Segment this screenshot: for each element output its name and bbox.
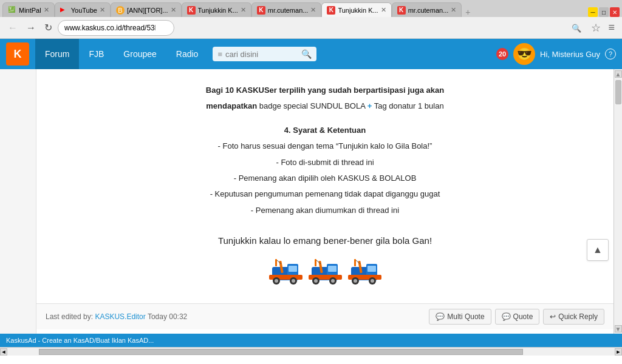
up-arrow-icon: ▲	[593, 244, 603, 255]
scroll-down-arrow[interactable]: ▼	[615, 325, 622, 332]
tab-label-ann-tor: [ANN][TOR]...	[127, 7, 168, 14]
rule-2: - Foto di-submit di thread ini	[55, 155, 595, 169]
vertical-scrollbar[interactable]: ▲ ▼	[613, 69, 622, 334]
tab-tunjukkin2[interactable]: K Tunjukkin K... ✕	[321, 2, 391, 17]
edited-time: Today 00:32	[148, 312, 187, 321]
svg-rect-9	[275, 259, 277, 266]
nav-groupee[interactable]: Groupee	[114, 39, 166, 69]
refresh-button[interactable]: ↻	[41, 21, 55, 35]
horizontal-scrollbar[interactable]: ◄ ►	[0, 347, 622, 356]
left-sidebar	[0, 69, 36, 334]
last-edited-label: Last edited by:	[46, 312, 93, 321]
prize-line-2: mendapatkan badge special SUNDUL BOLA + …	[55, 99, 595, 113]
header-nav: Forum FJB Groupee Radio	[35, 39, 208, 69]
plus-text: +	[367, 101, 372, 110]
help-icon[interactable]: ?	[605, 49, 616, 59]
kaskus-logo[interactable]: K	[6, 42, 29, 66]
forward-button[interactable]: →	[23, 21, 39, 35]
quote-button[interactable]: 💬 Quote	[495, 309, 540, 325]
search-button[interactable]: 🔍	[301, 49, 312, 59]
prize-line-1: Bagi 10 KASKUSer terpilih yang sudah ber…	[55, 83, 595, 97]
call-to-action: Tunjukkin kalau lo emang bener-bener gil…	[55, 235, 595, 246]
editor-username[interactable]: KASKUS.Editor	[95, 312, 145, 321]
thread-text: Bagi 10 KASKUSer terpilih yang sudah ber…	[55, 83, 595, 217]
bottom-bar-text: KaskusAd - Create an KasAD/Buat Iklan Ka…	[6, 337, 154, 344]
tab-favicon-mr-cuteman2: K	[397, 6, 406, 15]
tab-label-mr-cuteman2: mr.cuteman...	[408, 7, 449, 14]
multi-quote-button[interactable]: 💬 Multi Quote	[429, 309, 491, 325]
h-scroll-track[interactable]	[9, 349, 613, 355]
scroll-right-arrow[interactable]: ►	[615, 348, 622, 356]
kaskus-header: K Forum FJB Groupee Radio ≡ 🔍 20 😎 Hi, M…	[0, 39, 622, 69]
tab-close-tunjukkin1[interactable]: ✕	[241, 6, 246, 14]
nav-bar: ← → ↻ 🔍 ☆ ≡	[0, 17, 622, 39]
svg-point-18	[331, 279, 335, 283]
tab-close-youtube[interactable]: ✕	[100, 6, 105, 14]
nav-forum[interactable]: Forum	[35, 39, 79, 69]
svg-rect-2	[289, 266, 297, 272]
menu-lines-icon: ≡	[217, 50, 222, 59]
scroll-up-arrow[interactable]: ▲	[615, 70, 622, 78]
rule-1: - Foto harus sesuai dengan tema “Tunjuki…	[55, 139, 595, 153]
svg-point-27	[354, 279, 357, 283]
tab-label-tunjukkin1: Tunjukkin K...	[198, 7, 238, 14]
reply-icon: ↩	[550, 312, 556, 321]
scroll-left-arrow[interactable]: ◄	[0, 348, 7, 356]
quick-reply-button[interactable]: ↩ Quick Reply	[543, 309, 604, 325]
svg-rect-24	[367, 266, 376, 272]
address-search-icon: 🔍	[572, 23, 581, 32]
page-area: Bagi 10 KASKUSer terpilih yang sudah ber…	[0, 69, 622, 334]
bookmark-star-icon[interactable]: ☆	[589, 21, 603, 35]
tab-close-mintpal[interactable]: ✕	[44, 6, 49, 14]
nav-radio[interactable]: Radio	[166, 39, 208, 69]
address-bar[interactable]	[58, 20, 174, 36]
tab-label-youtube: YouTube	[71, 7, 97, 14]
new-tab-button[interactable]: +	[462, 7, 474, 17]
prize-bold-1: Bagi 10 KASKUSer terpilih yang sudah ber…	[206, 86, 444, 95]
header-search: ≡ 🔍	[213, 47, 316, 61]
tab-label-mintpal: MintPal	[19, 7, 41, 14]
prize-bold-2: mendapatkan	[206, 101, 257, 110]
minimize-button[interactable]: ─	[588, 7, 598, 17]
tab-close-mr-cuteman1[interactable]: ✕	[310, 6, 316, 14]
svg-point-5	[275, 279, 278, 283]
tab-favicon-tunjukkin1: K	[187, 6, 196, 15]
post-footer: Last edited by: KASKUS.Editor Today 00:3…	[36, 303, 613, 329]
rule-3: - Pemenang akan dipilih oleh KASKUS & BO…	[55, 171, 595, 185]
tab-favicon-ann-tor: B	[116, 6, 125, 15]
tab-close-mr-cuteman2[interactable]: ✕	[451, 6, 456, 14]
header-right: 20 😎 Hi, Misterius Guy ?	[496, 43, 616, 65]
search-input[interactable]	[225, 50, 298, 59]
multi-quote-label: Multi Quote	[447, 312, 484, 321]
back-button[interactable]: ←	[5, 21, 21, 35]
multi-quote-icon: 💬	[436, 312, 445, 321]
user-greeting: Hi, Misterius Guy	[540, 50, 600, 59]
scroll-thumb[interactable]	[615, 80, 621, 104]
user-avatar[interactable]: 😎	[513, 43, 535, 65]
nav-fjb[interactable]: FJB	[79, 39, 114, 69]
tab-mintpal[interactable]: 💹 MintPal ✕	[2, 2, 55, 17]
tab-close-tunjukkin2[interactable]: ✕	[381, 6, 386, 14]
action-buttons: 💬 Multi Quote 💬 Quote ↩ Quick Reply	[429, 309, 604, 325]
quick-reply-label: Quick Reply	[558, 312, 598, 321]
truck-1	[269, 258, 302, 285]
truck-2	[309, 258, 342, 285]
svg-rect-13	[328, 266, 337, 272]
maximize-button[interactable]: □	[599, 7, 609, 17]
svg-rect-20	[315, 259, 316, 266]
tab-favicon-mintpal: 💹	[8, 6, 16, 15]
notification-badge[interactable]: 20	[496, 48, 508, 60]
svg-rect-31	[354, 259, 356, 266]
back-to-top-button[interactable]: ▲	[587, 239, 609, 261]
h-scroll-thumb[interactable]	[39, 349, 523, 355]
tab-mr-cuteman1[interactable]: K mr.cuteman... ✕	[251, 2, 322, 17]
tab-tunjukkin1[interactable]: K Tunjukkin K... ✕	[182, 2, 251, 17]
tab-close-ann-tor[interactable]: ✕	[171, 6, 176, 14]
tab-youtube[interactable]: ▶ YouTube ✕	[55, 2, 111, 17]
menu-icon[interactable]: ≡	[606, 21, 617, 34]
address-bar-wrap: 🔍	[58, 20, 586, 36]
tab-label-mr-cuteman1: mr.cuteman...	[268, 7, 309, 14]
tab-mr-cuteman2[interactable]: K mr.cuteman... ✕	[392, 2, 462, 17]
tab-ann-tor[interactable]: B [ANN][TOR]... ✕	[111, 2, 182, 17]
close-button[interactable]: ✕	[610, 7, 620, 17]
